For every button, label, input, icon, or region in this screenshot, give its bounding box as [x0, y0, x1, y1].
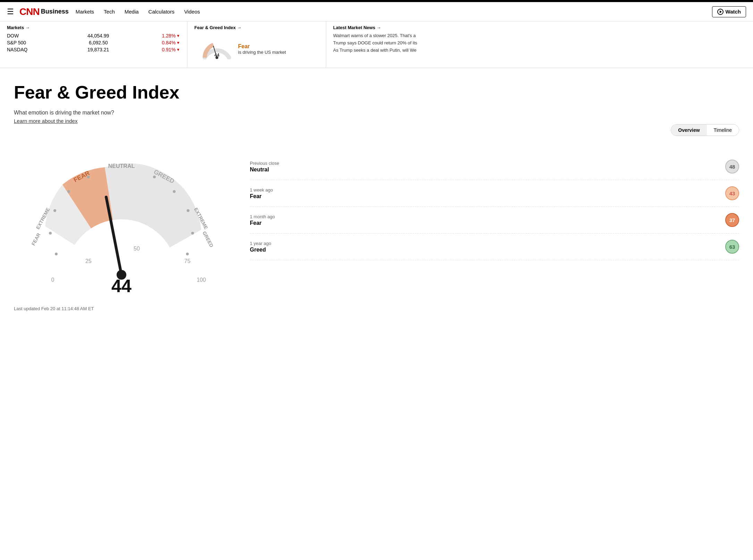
- svg-point-13: [153, 176, 156, 178]
- tabs-row: Overview Timeline: [14, 124, 739, 136]
- nav-media[interactable]: Media: [125, 9, 139, 15]
- cnn-brand: CNN: [19, 6, 40, 17]
- watch-icon: [717, 9, 724, 15]
- nav-tech[interactable]: Tech: [104, 9, 115, 15]
- stat-sentiment-3: Greed: [250, 247, 271, 253]
- sp500-name: S&P 500: [7, 40, 35, 45]
- svg-text:25: 25: [85, 258, 92, 264]
- news-section: Latest Market News → Walmart warns of a …: [326, 22, 753, 68]
- svg-point-6: [53, 209, 56, 212]
- stat-badge-2: 37: [725, 213, 739, 227]
- svg-text:100: 100: [197, 277, 206, 283]
- svg-point-7: [67, 190, 70, 193]
- svg-text:44: 44: [111, 276, 132, 296]
- brand-suffix: Business: [41, 8, 69, 15]
- sp500-change: 0.84% ▼: [162, 40, 180, 45]
- svg-text:GREED: GREED: [202, 230, 215, 248]
- svg-point-10: [191, 232, 194, 235]
- svg-point-12: [173, 190, 176, 193]
- gauge-container: EXTREME FEAR FEAR NEUTRAL GREED EXTREME …: [14, 150, 229, 297]
- watch-label: Watch: [726, 9, 741, 15]
- nav-markets[interactable]: Markets: [76, 9, 94, 15]
- stat-row-1: 1 week ago Fear 43: [250, 180, 739, 207]
- markets-header[interactable]: Markets →: [7, 25, 180, 30]
- stats-panel: Previous close Neutral 48 1 week ago Fea…: [250, 150, 739, 260]
- sp500-value: 6,092.50: [89, 40, 108, 45]
- stat-row-2: 1 month ago Fear 37: [250, 207, 739, 234]
- news-item-2[interactable]: As Trump seeks a deal with Putin, will W…: [333, 48, 746, 53]
- svg-point-4: [55, 253, 58, 255]
- stat-badge-0: 48: [725, 160, 739, 173]
- svg-point-11: [187, 209, 189, 212]
- ticker-bar: Markets → DOW 44,054.99 1.28% ▼ S&P 500 …: [0, 22, 753, 68]
- nasdaq-row: NASDAQ 19,873.21 0.91% ▼: [7, 47, 180, 52]
- stat-time-1: 1 week ago: [250, 187, 273, 193]
- stat-label-1: 1 week ago Fear: [250, 187, 273, 200]
- nav-links: Markets Tech Media Calculators Videos: [76, 9, 712, 15]
- stat-label-3: 1 year ago Greed: [250, 241, 271, 253]
- nasdaq-change: 0.91% ▼: [162, 47, 180, 52]
- navbar: ☰ CNN Business Markets Tech Media Calcul…: [0, 2, 753, 22]
- stat-row-0: Previous close Neutral 48: [250, 153, 739, 180]
- svg-point-5: [49, 232, 52, 235]
- fg-mini-header[interactable]: Fear & Greed Index →: [194, 25, 319, 30]
- markets-ticker: Markets → DOW 44,054.99 1.28% ▼ S&P 500 …: [0, 22, 187, 68]
- stat-label-2: 1 month ago Fear: [250, 214, 275, 226]
- nasdaq-name: NASDAQ: [7, 47, 35, 52]
- svg-text:75: 75: [184, 258, 191, 264]
- main-content: Fear & Greed Index What emotion is drivi…: [0, 68, 753, 322]
- nasdaq-value: 19,873.21: [87, 47, 109, 52]
- svg-text:44: 44: [214, 52, 220, 58]
- gauge-section: EXTREME FEAR FEAR NEUTRAL GREED EXTREME …: [14, 150, 739, 297]
- page-subtitle: What emotion is driving the market now?: [14, 110, 739, 116]
- watch-button[interactable]: Watch: [712, 6, 746, 17]
- main-gauge-svg: EXTREME FEAR FEAR NEUTRAL GREED EXTREME …: [14, 150, 229, 296]
- stat-sentiment-2: Fear: [250, 220, 275, 226]
- svg-point-9: [186, 253, 189, 255]
- news-item-1[interactable]: Trump says DOGE could return 20% of its: [333, 40, 746, 45]
- cnn-logo[interactable]: CNN Business: [19, 6, 69, 17]
- tab-timeline[interactable]: Timeline: [707, 125, 739, 136]
- fg-mini-info: Fear is driving the US market: [238, 43, 286, 55]
- fg-mini-label: Fear: [238, 43, 286, 50]
- stat-time-2: 1 month ago: [250, 214, 275, 219]
- nav-calculators[interactable]: Calculators: [149, 9, 175, 15]
- fg-mini-sub: is driving the US market: [238, 50, 286, 55]
- learn-link[interactable]: Learn more about the index: [14, 118, 77, 124]
- news-item-0[interactable]: Walmart warns of a slower 2025. That's a: [333, 33, 746, 38]
- nav-videos[interactable]: Videos: [184, 9, 200, 15]
- stat-sentiment-1: Fear: [250, 193, 273, 200]
- stat-badge-3: 63: [725, 240, 739, 254]
- stat-time-0: Previous close: [250, 161, 279, 166]
- news-header[interactable]: Latest Market News →: [333, 25, 746, 30]
- stat-time-3: 1 year ago: [250, 241, 271, 246]
- sp500-row: S&P 500 6,092.50 0.84% ▼: [7, 40, 180, 45]
- svg-text:50: 50: [134, 246, 140, 252]
- svg-text:FEAR: FEAR: [31, 232, 42, 246]
- dow-change: 1.28% ▼: [162, 33, 180, 39]
- stat-sentiment-0: Neutral: [250, 167, 279, 173]
- dow-row: DOW 44,054.99 1.28% ▼: [7, 33, 180, 39]
- stat-label-0: Previous close Neutral: [250, 161, 279, 173]
- stat-row-3: 1 year ago Greed 63: [250, 234, 739, 260]
- tab-overview[interactable]: Overview: [671, 125, 707, 136]
- dow-value: 44,054.99: [87, 33, 109, 39]
- fg-mini-gauge: 44: [201, 39, 232, 59]
- dow-name: DOW: [7, 33, 35, 39]
- fg-mini-section: Fear & Greed Index → 44 Fear is driving …: [187, 22, 326, 68]
- hamburger-icon[interactable]: ☰: [7, 7, 14, 16]
- last-updated: Last updated Feb 20 at 11:14:48 AM ET: [14, 303, 739, 315]
- page-title: Fear & Greed Index: [14, 82, 739, 103]
- stat-badge-1: 43: [725, 186, 739, 200]
- svg-text:0: 0: [51, 277, 54, 283]
- tab-group: Overview Timeline: [671, 124, 739, 136]
- svg-text:NEUTRAL: NEUTRAL: [108, 163, 135, 169]
